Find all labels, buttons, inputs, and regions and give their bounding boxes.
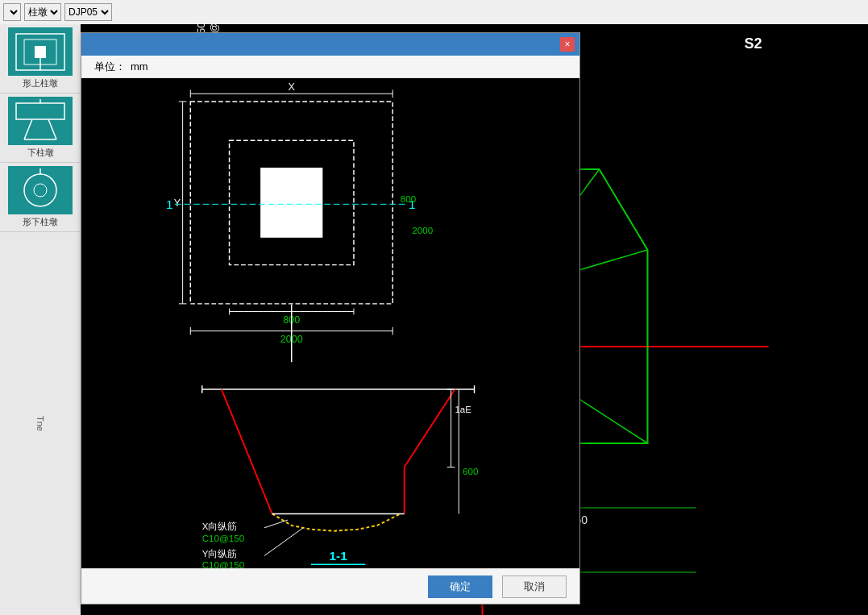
sidebar: 形上柱墩 下柱墩: [0, 24, 81, 615]
dim-600: 600: [463, 467, 478, 476]
confirm-button[interactable]: 确定: [428, 576, 492, 598]
svg-point-10: [34, 184, 47, 197]
svg-rect-31: [260, 168, 322, 238]
svg-point-9: [24, 174, 56, 206]
dialog-unit-bar: 单位： mm: [81, 56, 579, 78]
sidebar-label-2: 形下柱墩: [23, 216, 58, 228]
sidebar-item-1[interactable]: 下柱墩: [0, 93, 81, 163]
dim-2000-side: 2000: [412, 226, 433, 235]
x-rebar-spec: C10@150: [202, 534, 244, 543]
svg-line-5: [24, 119, 32, 139]
cancel-button[interactable]: 取消: [502, 576, 567, 598]
toolbar-dropdown3[interactable]: DJP05: [64, 3, 112, 21]
dialog-titlebar: ×: [81, 33, 579, 56]
toolbar: 柱墩 DJP05: [0, 0, 868, 24]
section-marker-left: 1: [166, 197, 173, 211]
dim-x-label: X: [289, 81, 296, 93]
toolbar-dropdown1[interactable]: [3, 3, 21, 21]
sidebar-label-1: 下柱墩: [27, 147, 54, 159]
svg-line-6: [48, 119, 56, 139]
dim-y-label: Y: [174, 197, 181, 209]
dialog[interactable]: × 单位： mm X: [81, 32, 580, 605]
x-rebar-label: X向纵筋: [202, 522, 238, 531]
toolbar-dropdown2[interactable]: 柱墩: [24, 3, 61, 21]
sidebar-icon-2: [8, 166, 73, 214]
y-rebar-label: Y向纵筋: [202, 549, 238, 559]
sidebar-item-0[interactable]: 形上柱墩: [0, 24, 81, 93]
dialog-drawing-canvas: X Y 1 1 800 2000: [81, 78, 579, 568]
section-label: 1-1: [329, 549, 347, 563]
unit-label-text: 单位：: [94, 60, 126, 74]
lae-label: 1aE: [455, 405, 471, 414]
dialog-close-button[interactable]: ×: [560, 37, 575, 52]
svg-rect-4: [16, 103, 64, 119]
y-rebar-spec: C10@150: [202, 560, 244, 568]
dim-800-side: 800: [401, 194, 416, 204]
sidebar-tne-label: Tne: [0, 232, 81, 615]
svg-rect-2: [35, 46, 46, 58]
dialog-footer: 确定 取消: [81, 568, 579, 604]
sidebar-icon-1: [8, 97, 73, 145]
cad-node-label: S2: [745, 35, 762, 52]
sidebar-item-2[interactable]: 形下柱墩: [0, 163, 81, 232]
sidebar-icon-0: [8, 27, 73, 76]
unit-value: mm: [131, 60, 148, 73]
sidebar-label-0: 形上柱墩: [23, 77, 58, 89]
